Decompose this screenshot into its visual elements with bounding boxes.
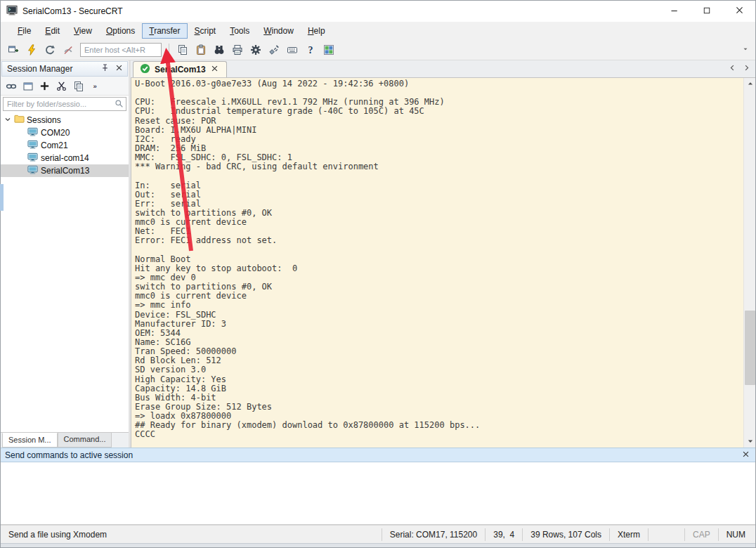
tab-scroll-right-button[interactable] [740,63,752,74]
tab-scroll-left-button[interactable] [726,63,738,74]
send-commands-label: Send commands to active session [5,450,133,460]
terminal-pane: SerialCom13 U-Boot 2016.03-g0ae7e33 (Aug… [131,60,755,448]
copy-icon[interactable] [70,79,86,93]
quick-connect-icon[interactable] [23,42,40,58]
link-icon[interactable] [3,79,19,93]
chevron-left-icon [729,64,736,74]
menu-item-file[interactable]: File [11,23,38,39]
scroll-up-button[interactable] [744,78,755,90]
command-input[interactable] [1,462,755,524]
sessions-root-node[interactable]: Sessions [1,114,129,126]
paste-icon[interactable] [193,42,209,58]
session-grid-icon[interactable] [320,42,337,58]
status-num-lock: NUM [718,528,753,541]
tab-close-button[interactable] [210,65,220,74]
chevron-down-icon[interactable] [4,115,12,126]
cable-icon[interactable] [266,42,282,58]
svg-text:»: » [93,81,96,89]
terminal-line: SD version 3.0 [135,365,743,374]
terminal-line: Reset cause: POR [135,117,743,126]
panel-close-button[interactable] [113,63,125,75]
session-tree: Sessions COM20Com21serial-com14SerialCom… [1,112,129,432]
terminal-line: mmc0 is current device [135,218,743,227]
terminal-line: Device: FSL_SDHC [135,311,743,320]
caret-down-icon [742,45,749,55]
connect-tab-icon[interactable] [20,79,36,93]
print-icon[interactable] [229,42,246,58]
session-item-serial-com14[interactable]: serial-com14 [1,152,129,164]
menu-item-edit[interactable]: Edit [38,23,67,39]
menu-item-tools[interactable]: Tools [223,23,256,39]
terminal-line: In: serial [135,181,743,190]
status-serial: Serial: COM17, 115200 [382,528,485,541]
menu-bar: FileEditViewOptionsTransferScriptToolsWi… [1,22,755,40]
terminal-line: ## Ready for binary (xmodem) download to… [135,421,743,430]
window-bottom-edge [1,543,755,547]
menu-item-script[interactable]: Script [188,23,223,39]
menu-item-options[interactable]: Options [99,23,142,39]
send-bar-close-button[interactable] [740,450,751,461]
close-icon [115,64,123,74]
menu-item-view[interactable]: View [67,23,99,39]
terminal-tab-label: SerialCom13 [155,65,206,74]
menu-item-transfer[interactable]: Transfer [142,23,187,39]
add-icon[interactable] [37,79,53,93]
terminal-line: CCCC [135,430,743,439]
host-input[interactable] [80,43,162,57]
find-icon[interactable] [211,42,228,58]
app-icon [6,5,18,18]
terminal-scrollbar[interactable] [743,78,755,448]
menu-item-help[interactable]: Help [301,23,332,39]
status-hint: Send a file using Xmodem [3,530,112,540]
session-monitor-icon [27,164,38,177]
window-controls [658,1,755,22]
menu-item-window[interactable]: Window [256,23,301,39]
terminal-line: *** Warning - bad CRC, using default env… [135,162,743,171]
session-filter-input[interactable] [3,97,126,111]
connect-icon[interactable] [5,42,22,58]
keymap-icon[interactable] [284,42,301,58]
terminal-line: Err: serial [135,200,743,209]
session-monitor-icon [27,152,38,164]
arrow-up-icon [747,79,754,89]
terminal-line: Rd Block Len: 512 [135,356,743,365]
terminal-line: Normal Boot [135,255,743,264]
help-icon[interactable]: ? [302,42,319,58]
terminal-line: => mmc info [135,301,743,310]
toolbar-separator [169,44,169,56]
terminal-line: High Capacity: Yes [135,375,743,384]
toolbar-connect-group [5,42,77,58]
sidebar-tab-session-manager[interactable]: Session M... [2,433,58,448]
reconnect-icon[interactable] [41,42,58,58]
more-icon[interactable]: » [87,79,103,93]
terminal-line: OEM: 5344 [135,329,743,338]
cut-icon[interactable] [53,79,70,93]
session-item-serialcom13[interactable]: SerialCom13 [1,164,129,177]
session-item-com20[interactable]: COM20 [1,126,129,139]
scrollbar-thumb[interactable] [745,311,755,384]
send-commands-bar: Send commands to active session [1,448,755,462]
session-item-com21[interactable]: Com21 [1,139,129,152]
chevron-right-icon [743,64,750,74]
pin-button[interactable] [99,63,111,75]
toolbar-action-group: ? [174,42,337,58]
pin-icon [100,63,110,74]
options-icon[interactable] [247,42,264,58]
scroll-down-button[interactable] [744,436,755,448]
minimize-button[interactable] [658,1,691,22]
disconnect-icon[interactable] [60,42,77,58]
folder-icon [14,114,25,126]
session-item-label: serial-com14 [41,153,89,163]
session-item-label: Com21 [41,141,68,150]
toolbar-overflow-button[interactable] [740,45,751,55]
copy-icon[interactable] [174,42,191,58]
status-terminal-size: 39 Rows, 107 Cols [522,528,609,541]
sidebar-tab-command-window[interactable]: Command... [58,433,112,448]
terminal-line: I2C: ready [135,135,743,144]
maximize-button[interactable] [691,1,723,22]
terminal-screen[interactable]: U-Boot 2016.03-g0ae7e33 (Aug 14 2022 - 1… [131,78,755,448]
sessions-root-label: Sessions [27,115,61,125]
terminal-tab-serialcom13[interactable]: SerialCom13 [133,61,227,77]
close-button[interactable] [723,1,755,22]
search-icon [115,99,124,110]
